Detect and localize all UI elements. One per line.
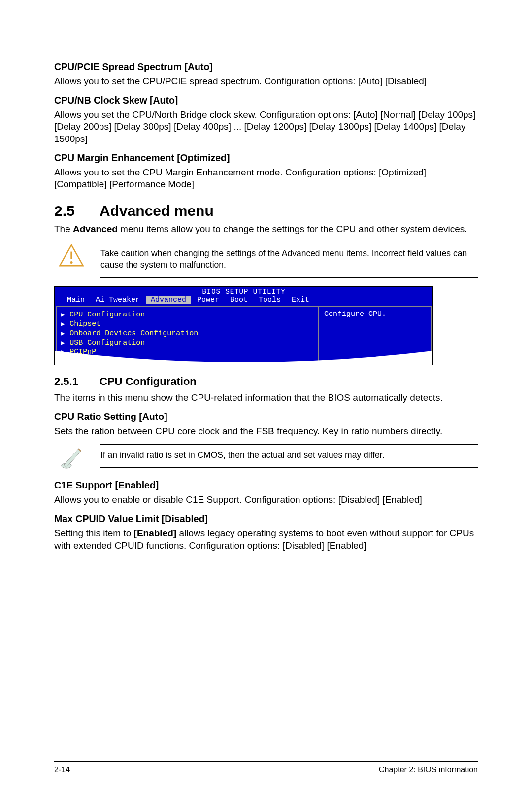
setting-block: CPU Ratio Setting [Auto] Sets the ration…	[54, 411, 478, 438]
setting-block: CPU Margin Enhancement [Optimized] Allow…	[54, 152, 478, 191]
setting-desc: Setting this item to [Enabled] allows le…	[54, 527, 478, 552]
setting-desc: Sets the ration between CPU core clock a…	[54, 425, 478, 438]
setting-title: CPU Ratio Setting [Auto]	[54, 411, 478, 422]
bios-tab-main: Main	[62, 296, 90, 304]
setting-title: C1E Support [Enabled]	[54, 480, 478, 491]
arrow-icon: ▶	[61, 320, 65, 328]
bios-tab-exit: Exit	[287, 296, 314, 304]
setting-desc: Allows you to enable or disable C1E Supp…	[54, 494, 478, 506]
bios-tab-boot: Boot	[225, 296, 253, 304]
section-title: Advanced menu	[100, 203, 214, 219]
setting-block: C1E Support [Enabled] Allows you to enab…	[54, 480, 478, 506]
subsection-title: CPU Configuration	[100, 375, 197, 387]
section-intro: The Advanced menu items allow you to cha…	[54, 223, 478, 236]
arrow-icon: ▶	[61, 339, 65, 347]
bios-tabs: Main Ai Tweaker Advanced Power Boot Tool…	[55, 296, 432, 305]
bios-tab-tools: Tools	[254, 296, 286, 304]
bios-tab-aitweaker: Ai Tweaker	[91, 296, 145, 304]
bios-tab-power: Power	[192, 296, 224, 304]
note-callout: If an invalid ratio is set in CMOS, then…	[54, 444, 478, 471]
bios-menu-item: ▶CPU Configuration	[61, 310, 314, 319]
subsection-number: 2.5.1	[54, 375, 100, 388]
setting-block: CPU/NB Clock Skew [Auto] Allows you set …	[54, 95, 478, 145]
svg-point-1	[70, 261, 72, 264]
arrow-icon: ▶	[61, 330, 65, 337]
setting-desc: Allows you to set the CPU Margin Enhance…	[54, 167, 478, 191]
bios-menu-item: ▶Chipset	[61, 319, 314, 329]
arrow-icon: ▶	[61, 349, 65, 356]
section-heading: 2.5Advanced menu	[54, 203, 478, 219]
setting-block: CPU/PCIE Spread Spectrum [Auto] Allows y…	[54, 61, 478, 88]
subsection-heading: 2.5.1CPU Configuration	[54, 375, 478, 388]
bios-help-pane: Configure CPU.	[318, 306, 432, 364]
page-number: 2-14	[54, 766, 70, 774]
setting-title: Max CPUID Value Limit [Disabled]	[54, 513, 478, 524]
bios-title: BIOS SETUP UTILITY	[55, 287, 432, 296]
arrow-icon: ▶	[61, 311, 65, 318]
bios-menu-item: ▶USB Configuration	[61, 338, 314, 348]
bios-screenshot: BIOS SETUP UTILITY Main Ai Tweaker Advan…	[54, 286, 433, 365]
bios-tab-advanced: Advanced	[146, 296, 191, 304]
subsection-intro: The items in this menu show the CPU-rela…	[54, 392, 478, 404]
warning-text: Take caution when changing the settings …	[100, 243, 478, 278]
warning-icon	[54, 243, 89, 269]
setting-desc: Allows you to set the CPU/PCIE spread sp…	[54, 75, 478, 88]
setting-block: Max CPUID Value Limit [Disabled] Setting…	[54, 513, 478, 552]
setting-title: CPU Margin Enhancement [Optimized]	[54, 152, 478, 164]
bios-menu-item: ▶PCIPnP	[61, 348, 314, 357]
bios-menu-list: ▶CPU Configuration ▶Chipset ▶Onboard Dev…	[56, 306, 318, 364]
note-icon	[54, 444, 89, 471]
bios-menu-item: ▶Onboard Devices Configuration	[61, 329, 314, 338]
section-number: 2.5	[54, 203, 100, 219]
note-text: If an invalid ratio is set in CMOS, then…	[100, 444, 478, 468]
setting-title: CPU/NB Clock Skew [Auto]	[54, 95, 478, 106]
chapter-label: Chapter 2: BIOS information	[379, 766, 478, 774]
page-footer: 2-14 Chapter 2: BIOS information	[54, 761, 478, 774]
warning-callout: Take caution when changing the settings …	[54, 243, 478, 278]
setting-title: CPU/PCIE Spread Spectrum [Auto]	[54, 61, 478, 72]
setting-desc: Allows you set the CPU/North Bridge cloc…	[54, 109, 478, 145]
